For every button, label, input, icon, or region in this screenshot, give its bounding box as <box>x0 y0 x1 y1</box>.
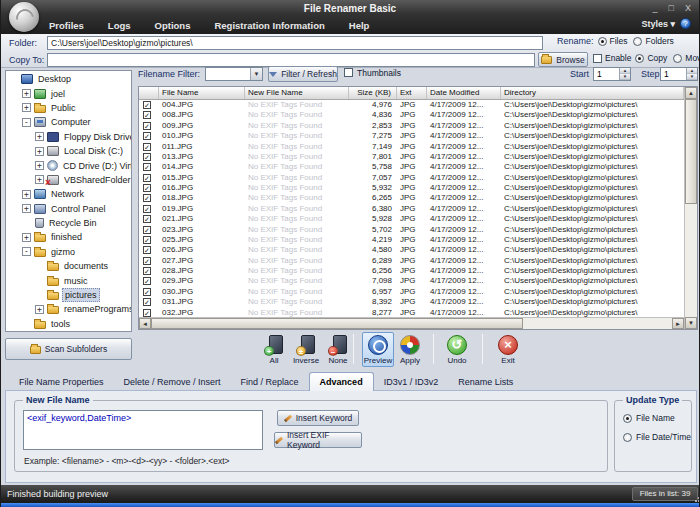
row-checkbox[interactable]: ✓ <box>143 236 151 244</box>
tree-item-cd-drive-d-virtualbox-guest[interactable]: + CD Drive (D:) VirtualBox Guest <box>6 158 131 172</box>
scroll-right-icon[interactable]: ► <box>672 318 684 329</box>
close-button[interactable]: X <box>685 1 691 15</box>
thumbnails-checkbox[interactable]: Thumbnails <box>344 68 401 78</box>
tab-delete-remove-insert[interactable]: Delete / Remove / Insert <box>114 374 231 391</box>
file-row-016-jpg[interactable]: ✓ 016.JPG No EXIF Tags Found 5,932 JPG 4… <box>139 183 684 193</box>
row-checkbox[interactable]: ✓ <box>143 194 151 202</box>
file-row-023-jpg[interactable]: ✓ 023.JPG No EXIF Tags Found 5,702 JPG 4… <box>139 225 684 235</box>
file-row-021-jpg[interactable]: ✓ 021.JPG No EXIF Tags Found 5,928 JPG 4… <box>139 214 684 224</box>
menu-item-logs[interactable]: Logs <box>108 20 131 31</box>
scroll-up-icon[interactable]: ▲ <box>685 87 697 99</box>
new-file-name-input[interactable]: <exif_keyword,DateTime> <box>23 410 263 450</box>
column-header-checkbox[interactable] <box>139 87 159 99</box>
tree-item-computer[interactable]: - Computer <box>6 115 131 129</box>
file-row-015-jpg[interactable]: ✓ 015.JPG No EXIF Tags Found 7,057 JPG 4… <box>139 173 684 183</box>
row-checkbox[interactable]: ✓ <box>143 174 151 182</box>
tree-item-renameprograms[interactable]: + renamePrograms <box>6 302 131 316</box>
tree-expander-icon[interactable]: - <box>22 118 31 127</box>
tree-expander-icon[interactable]: + <box>35 161 44 170</box>
row-checkbox[interactable]: ✓ <box>143 288 151 296</box>
row-checkbox[interactable]: ✓ <box>143 298 151 306</box>
spinner-arrows-icon[interactable]: ▲▼ <box>686 68 697 80</box>
menu-item-registration-information[interactable]: Registration Information <box>214 20 324 31</box>
tab-rename-lists[interactable]: Rename Lists <box>448 374 523 391</box>
toolbar-button-apply[interactable]: Apply <box>394 332 426 367</box>
row-checkbox[interactable]: ✓ <box>143 226 151 234</box>
row-checkbox[interactable]: ✓ <box>143 143 151 151</box>
menu-item-options[interactable]: Options <box>155 20 191 31</box>
row-checkbox[interactable]: ✓ <box>143 184 151 192</box>
tree-item-finished[interactable]: + finished <box>6 230 131 244</box>
tree-item-recycle-bin[interactable]: Recycle Bin <box>6 216 131 230</box>
spinner-arrows-icon[interactable]: ▲▼ <box>619 68 630 80</box>
help-icon[interactable]: ? <box>680 18 691 29</box>
scroll-down-icon[interactable]: ▼ <box>685 317 697 329</box>
rename-option-folders[interactable]: Folders <box>633 36 673 46</box>
column-header-ext[interactable]: Ext <box>397 87 427 99</box>
filename-filter-combobox[interactable]: ▼ <box>205 67 263 81</box>
tree-item-tools[interactable]: tools <box>6 317 131 331</box>
file-row-014-jpg[interactable]: ✓ 014.JPG No EXIF Tags Found 5,758 JPG 4… <box>139 162 684 172</box>
file-row-030-jpg[interactable]: ✓ 030.JPG No EXIF Tags Found 6,957 JPG 4… <box>139 287 684 297</box>
copymove-option-move[interactable]: Move <box>673 53 700 63</box>
row-checkbox[interactable]: ✓ <box>143 267 151 275</box>
browse-button[interactable]: Browse <box>538 52 588 67</box>
toolbar-button-none[interactable]: –None <box>322 332 354 367</box>
tree-expander-icon[interactable]: + <box>22 89 31 98</box>
file-row-013-jpg[interactable]: ✓ 013.JPG No EXIF Tags Found 7,801 JPG 4… <box>139 152 684 162</box>
file-row-028-jpg[interactable]: ✓ 028.JPG No EXIF Tags Found 6,256 JPG 4… <box>139 266 684 276</box>
maximize-button[interactable]: □ <box>669 1 674 15</box>
row-checkbox[interactable]: ✓ <box>143 205 151 213</box>
row-checkbox[interactable]: ✓ <box>143 246 151 254</box>
tree-item-vbsharedfolder-vboxsvr-z[interactable]: + VBSharedFolder (\\vboxsvr) (Z <box>6 173 131 187</box>
file-row-027-jpg[interactable]: ✓ 027.JPG No EXIF Tags Found 6,289 JPG 4… <box>139 256 684 266</box>
file-row-008-jpg[interactable]: ✓ 008.JPG No EXIF Tags Found 4,836 JPG 4… <box>139 110 684 120</box>
tree-item-desktop[interactable]: Desktop <box>6 72 131 86</box>
file-row-029-jpg[interactable]: ✓ 029.JPG No EXIF Tags Found 7,098 JPG 4… <box>139 276 684 286</box>
row-checkbox[interactable]: ✓ <box>143 122 151 130</box>
row-checkbox[interactable]: ✓ <box>143 309 151 317</box>
toolbar-button-all[interactable]: +All <box>258 332 290 367</box>
file-row-011-jpg[interactable]: ✓ 011.JPG No EXIF Tags Found 7,149 JPG 4… <box>139 142 684 152</box>
toolbar-button-exit[interactable]: ×Exit <box>492 332 524 367</box>
enable-checkbox[interactable]: Enable <box>593 53 631 63</box>
insert-exif-keyword-button[interactable]: Insert EXIF Keyword <box>274 432 362 448</box>
row-checkbox[interactable]: ✓ <box>143 215 151 223</box>
tree-expander-icon[interactable]: + <box>35 147 44 156</box>
column-header-new-file-name[interactable]: New File Name <box>245 87 349 99</box>
tree-item-floppy-disk-drive-a[interactable]: + Floppy Disk Drive (A:) <box>6 130 131 144</box>
file-row-019-jpg[interactable]: ✓ 019.JPG No EXIF Tags Found 6,380 JPG 4… <box>139 204 684 214</box>
tree-item-gizmo[interactable]: - gizmo <box>6 245 131 259</box>
row-checkbox[interactable]: ✓ <box>143 163 151 171</box>
horizontal-scrollbar[interactable]: ◄ ► <box>139 317 684 329</box>
row-checkbox[interactable]: ✓ <box>143 111 151 119</box>
toolbar-button-inverse[interactable]: ±Inverse <box>290 332 322 367</box>
tree-item-network[interactable]: + Network <box>6 187 131 201</box>
row-checkbox[interactable]: ✓ <box>143 101 151 109</box>
rename-option-files[interactable]: Files <box>598 36 628 46</box>
tree-expander-icon[interactable]: + <box>22 204 31 213</box>
tab-id3v1-id3v2[interactable]: ID3v1 / ID3v2 <box>374 374 449 391</box>
tree-expander-icon[interactable]: + <box>35 132 44 141</box>
start-spinner[interactable]: 1 ▲▼ <box>593 67 631 81</box>
tree-item-music[interactable]: music <box>6 273 131 287</box>
row-checkbox[interactable]: ✓ <box>143 277 151 285</box>
row-checkbox[interactable]: ✓ <box>143 132 151 140</box>
insert-keyword-button[interactable]: Insert Keyword <box>277 410 359 426</box>
tree-item-public[interactable]: + Public <box>6 101 131 115</box>
step-spinner[interactable]: 1 ▲▼ <box>660 67 698 81</box>
file-row-026-jpg[interactable]: ✓ 026.JPG No EXIF Tags Found 4,580 JPG 4… <box>139 245 684 255</box>
filter-refresh-button[interactable]: Filter / Refresh <box>268 66 338 82</box>
tab-advanced[interactable]: Advanced <box>309 372 374 391</box>
file-row-018-jpg[interactable]: ✓ 018.JPG No EXIF Tags Found 6,265 JPG 4… <box>139 193 684 203</box>
minimize-button[interactable]: _ <box>653 1 658 15</box>
vertical-scrollbar[interactable]: ▲ ▼ <box>684 87 697 329</box>
update-type-file-name[interactable]: File Name <box>623 413 691 423</box>
tree-item-control-panel[interactable]: + Control Panel <box>6 202 131 216</box>
row-checkbox[interactable]: ✓ <box>143 257 151 265</box>
tab-file-name-properties[interactable]: File Name Properties <box>9 374 114 391</box>
file-row-009-jpg[interactable]: ✓ 009.JPG No EXIF Tags Found 2,853 JPG 4… <box>139 121 684 131</box>
tree-expander-icon[interactable]: + <box>22 103 31 112</box>
column-header-directory[interactable]: Directory <box>501 87 684 99</box>
tree-expander-icon[interactable]: + <box>22 233 31 242</box>
